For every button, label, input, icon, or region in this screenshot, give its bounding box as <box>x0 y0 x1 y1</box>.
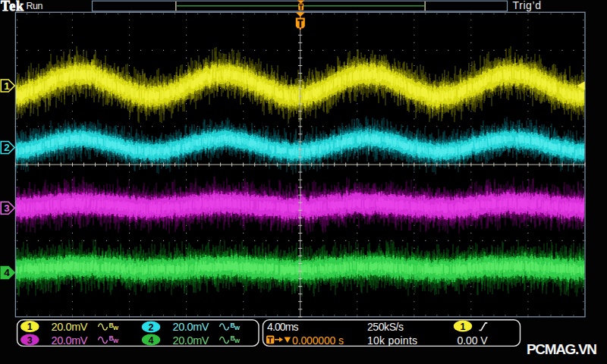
svg-text:Run: Run <box>27 1 43 11</box>
svg-text:W: W <box>113 337 119 344</box>
svg-text:W: W <box>234 337 241 344</box>
svg-text:1: 1 <box>4 80 10 92</box>
svg-text:PCMAG.VN: PCMAG.VN <box>527 341 597 357</box>
svg-text:W: W <box>234 325 241 331</box>
svg-text:2: 2 <box>149 322 154 333</box>
svg-text:W: W <box>113 325 119 331</box>
svg-text:4.00ms: 4.00ms <box>267 321 299 333</box>
svg-text:20.0mV: 20.0mV <box>173 321 209 333</box>
svg-text:250kS/s: 250kS/s <box>367 321 404 333</box>
svg-text:20.0mV: 20.0mV <box>52 334 88 347</box>
svg-text:20.0mV: 20.0mV <box>173 334 209 347</box>
svg-text:3: 3 <box>4 202 10 214</box>
svg-text:2: 2 <box>4 142 10 153</box>
svg-text:Tek: Tek <box>1 0 24 14</box>
svg-text:3: 3 <box>27 335 33 346</box>
svg-text:1: 1 <box>461 322 466 332</box>
svg-text:4: 4 <box>149 335 154 346</box>
svg-text:0.000000 s: 0.000000 s <box>292 334 344 347</box>
svg-text:10k points: 10k points <box>367 334 417 347</box>
svg-text:Trig’d: Trig’d <box>513 0 542 11</box>
svg-text:1: 1 <box>27 322 33 332</box>
svg-text:4: 4 <box>4 267 10 278</box>
svg-text:0.00 V: 0.00 V <box>458 334 489 347</box>
svg-text:20.0mV: 20.0mV <box>52 321 88 333</box>
